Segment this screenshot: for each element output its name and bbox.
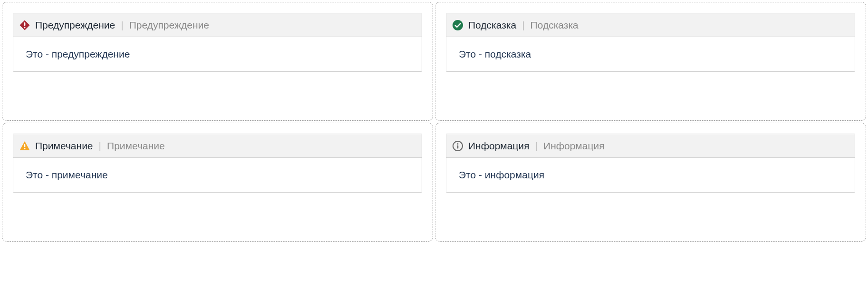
info-circle-icon [452,140,463,152]
tip-panel: Подсказка | Подсказка Это - подсказка [446,13,855,72]
info-panel-subtitle: Информация [543,140,605,152]
warning-panel-header: Предупреждение | Предупреждение [13,13,422,37]
warning-panel-title: Предупреждение [35,19,115,31]
info-panel-header: Информация | Информация [446,134,855,158]
info-panel: Информация | Информация Это - информация [446,134,855,193]
check-circle-icon [452,19,463,31]
tip-cell: Подсказка | Подсказка Это - подсказка [435,2,866,121]
tip-panel-title: Подсказка [468,19,516,31]
note-panel: Примечание | Примечание Это - примечание [13,134,422,193]
svg-point-3 [453,20,463,30]
warning-icon [19,19,30,31]
tip-panel-subtitle: Подсказка [530,19,579,31]
tip-panel-body: Это - подсказка [446,37,855,71]
tip-panel-separator: | [522,19,524,31]
warning-panel-separator: | [121,19,123,31]
warning-panel-subtitle: Предупреждение [129,19,209,31]
note-panel-header: Примечание | Примечание [13,134,422,158]
svg-point-2 [24,27,25,28]
svg-rect-1 [24,22,26,26]
svg-point-5 [24,148,26,149]
svg-rect-8 [457,145,459,148]
info-panel-body: Это - информация [446,158,855,192]
note-panel-title: Примечание [35,140,93,152]
tip-panel-header: Подсказка | Подсказка [446,13,855,37]
warning-cell: Предупреждение | Предупреждение Это - пр… [2,2,433,121]
svg-point-7 [457,143,459,145]
note-cell: Примечание | Примечание Это - примечание [2,123,433,242]
note-panel-body: Это - примечание [13,158,422,192]
panel-grid: Предупреждение | Предупреждение Это - пр… [2,2,866,242]
note-panel-separator: | [99,140,101,152]
warning-panel: Предупреждение | Предупреждение Это - пр… [13,13,422,72]
info-panel-title: Информация [468,140,530,152]
alert-triangle-icon [19,140,30,152]
info-panel-separator: | [535,140,538,152]
note-panel-subtitle: Примечание [107,140,165,152]
svg-rect-4 [24,144,26,147]
warning-panel-body: Это - предупреждение [13,37,422,71]
info-cell: Информация | Информация Это - информация [435,123,866,242]
